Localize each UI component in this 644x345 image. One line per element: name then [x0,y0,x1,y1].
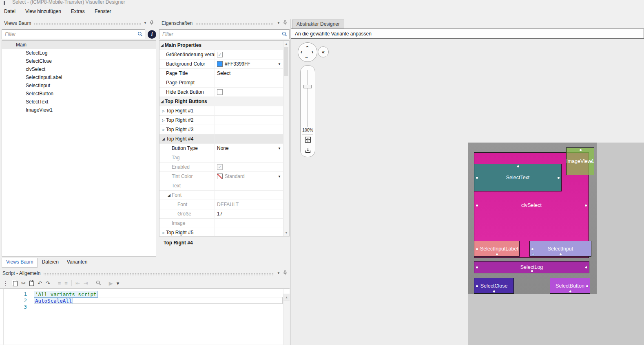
property-value-text[interactable]: DEFAULT [217,202,239,207]
search-icon[interactable] [96,280,101,286]
resize-handle[interactable] [517,165,519,167]
resize-handle[interactable] [496,253,498,255]
property-row-tint-color[interactable]: Tint ColorStandard▼ [159,172,283,181]
pan-up-icon[interactable]: › [304,46,310,47]
property-row-tag[interactable]: Tag [159,153,283,163]
undo-icon[interactable]: ↶ [38,281,42,286]
tint-value-text[interactable]: Standard [225,174,245,179]
resize-handle[interactable] [590,160,592,163]
designer-view-selectinputlabel[interactable]: SelectInputLabel [474,241,520,257]
editor-split-box[interactable] [283,289,290,294]
designer-view-selectclose[interactable]: SelectClose [474,278,514,294]
property-row-top-right-3[interactable]: ▷Top Right #3 [159,125,283,134]
zoom-slider-handle[interactable] [303,85,312,88]
resize-handle[interactable] [531,248,533,250]
dropdown-arrow-icon[interactable]: ▼ [278,62,281,66]
dropdown-arrow-icon[interactable]: ▼ [278,147,281,150]
property-value-text[interactable]: None [217,145,229,151]
info-button[interactable]: i [148,30,156,39]
property-row-gr-en-nderung-verar[interactable]: Größenänderung verar...✓ [159,50,283,59]
tree-item-selectclose[interactable]: SelectClose [2,57,156,65]
expander-icon[interactable]: ◢ [159,43,165,47]
pan-left-icon[interactable]: ‹ [301,49,302,55]
pan-down-icon[interactable]: › [304,57,310,58]
property-row-image[interactable]: Image [159,219,283,228]
property-row-top-right-2[interactable]: ▷Top Right #2 [159,116,283,125]
property-value-text[interactable]: Select [217,70,230,76]
cut-icon[interactable]: ✂ [21,281,26,286]
resize-handle[interactable] [558,177,560,179]
checkbox[interactable]: ✓ [217,52,223,57]
pin-icon[interactable] [283,20,287,26]
resize-handle[interactable] [476,204,478,207]
pin-icon[interactable] [150,20,154,26]
resize-handle[interactable] [476,177,478,179]
chevron-down-icon[interactable]: ▼ [144,22,147,25]
resize-handle[interactable] [493,290,495,292]
collapse-panel-button[interactable]: « [318,46,329,57]
resize-handle[interactable] [569,290,571,292]
tree-item-selecttext[interactable]: SelectText [2,98,156,106]
menu-item-datei[interactable]: Datei [4,9,15,14]
expander-icon[interactable]: ▷ [161,231,166,235]
views-filter-input[interactable] [2,29,145,39]
grip-icon[interactable]: ⋮ [3,281,8,286]
pan-right-icon[interactable]: › [312,49,313,55]
design-page[interactable]: clvSelectSelectTextImageView1SelectInput… [468,143,597,294]
tab-abstrakter-designer[interactable]: Abstrakter Designer [292,20,344,29]
scroll-up-icon[interactable]: ▲ [283,41,289,47]
property-row-font[interactable]: FontDEFAULT [159,200,283,209]
script-editor[interactable]: 1'All variants script2AutoScaleAll3 ▲ [0,288,290,345]
designer-view-imageview1[interactable]: ImageView1 [566,147,594,175]
pin-icon[interactable] [283,270,287,277]
property-value[interactable] [215,219,283,228]
tab-views-baum[interactable]: Views Baum [2,258,38,268]
expander-icon[interactable]: ▷ [161,128,166,132]
scroll-up-icon[interactable]: ▲ [283,294,290,301]
resize-handle[interactable] [476,266,478,268]
copy-icon[interactable] [13,281,18,286]
resize-handle[interactable] [476,285,478,287]
expander-icon[interactable]: ▷ [161,119,166,122]
property-value[interactable]: None▼ [215,144,283,153]
property-value[interactable] [215,181,283,190]
property-row-top-right-1[interactable]: ▷Top Right #1 [159,106,283,116]
tree-item-main[interactable]: Main [2,41,156,49]
tree-item-selectlog[interactable]: SelectLog [2,49,156,57]
resize-handle[interactable] [585,204,587,207]
tree-item-clvselect[interactable]: clvSelect [2,65,156,73]
property-value[interactable] [215,125,283,134]
tree-item-selectbutton[interactable]: SelectButton [2,90,156,98]
property-row-page-prompt[interactable]: Page Prompt [159,78,283,88]
color-value-text[interactable]: #FF3399FF [225,61,250,67]
property-value[interactable] [215,106,283,115]
properties-filter-input[interactable] [159,29,290,39]
tab-dateien[interactable]: Dateien [38,258,62,268]
resize-handle[interactable] [476,248,478,250]
designer-view-selectlog[interactable]: SelectLog [474,261,589,273]
property-value[interactable] [215,134,283,143]
chevron-down-icon[interactable]: ▼ [277,22,280,25]
property-value[interactable]: Select [215,69,283,78]
editor-scrollbar[interactable]: ▲ [283,289,290,345]
fit-to-screen-button[interactable] [304,136,311,143]
transparent-color-swatch[interactable] [217,174,223,179]
load-variant-button[interactable] [304,147,311,154]
tree-item-imageview1[interactable]: ImageView1 [2,106,156,114]
color-swatch[interactable] [217,61,223,67]
property-row-background-color[interactable]: Background Color#FF3399FF▼ [159,59,283,69]
property-value[interactable]: DEFAULT [215,200,283,209]
property-value-text[interactable]: 17 [217,211,222,217]
property-row-top-right-4[interactable]: ◢Top Right #4 [159,134,283,144]
property-value[interactable]: ✓ [215,50,283,59]
property-grid-scrollbar[interactable]: ▲ ▼ [283,41,289,236]
property-value[interactable] [215,228,283,236]
panel-separator[interactable] [290,19,290,345]
tree-item-selectinputlabel[interactable]: SelectInputLabel [2,73,156,81]
property-value[interactable]: ✓ [215,163,283,171]
property-row-page-title[interactable]: Page TitleSelect [159,69,283,78]
overflow-icon[interactable]: ▾ [117,281,120,286]
scroll-down-icon[interactable]: ▼ [283,230,289,236]
resize-handle[interactable] [560,253,562,255]
property-value[interactable] [215,153,283,162]
